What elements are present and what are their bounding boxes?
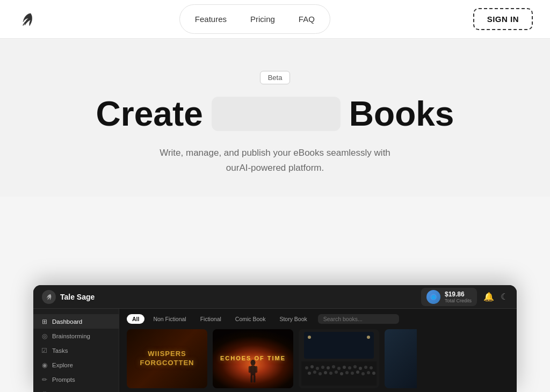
svg-point-36 bbox=[356, 371, 359, 374]
svg-point-3 bbox=[250, 360, 255, 366]
svg-point-30 bbox=[324, 371, 327, 374]
beta-badge: Beta bbox=[260, 71, 291, 84]
filter-all[interactable]: All bbox=[127, 314, 144, 324]
svg-rect-13 bbox=[301, 361, 377, 386]
svg-point-14 bbox=[305, 366, 308, 369]
svg-point-22 bbox=[348, 366, 351, 369]
crowd-illustration bbox=[299, 329, 379, 388]
svg-point-17 bbox=[321, 366, 324, 369]
svg-rect-6 bbox=[255, 366, 258, 373]
hero-title: Create Books bbox=[96, 95, 454, 133]
filter-comic-book[interactable]: Comic Book bbox=[230, 314, 271, 324]
compass-icon: ◉ bbox=[41, 361, 48, 368]
sidebar-dashboard-label: Dashboard bbox=[52, 318, 82, 325]
svg-point-18 bbox=[327, 366, 330, 369]
svg-point-28 bbox=[313, 371, 316, 374]
logo-area bbox=[17, 10, 37, 29]
svg-rect-5 bbox=[249, 366, 251, 373]
header: Features Pricing FAQ SIGN IN bbox=[0, 0, 550, 39]
svg-rect-10 bbox=[304, 332, 374, 359]
sidebar-brainstorming-label: Brainstorming bbox=[52, 333, 90, 339]
app-logo-area: Tale Sage bbox=[42, 290, 95, 304]
credits-amount: $19.86 bbox=[445, 291, 472, 298]
svg-point-31 bbox=[329, 372, 332, 375]
svg-point-29 bbox=[319, 372, 322, 375]
hero-title-start: Create bbox=[96, 95, 203, 133]
credits-label: Total Credits bbox=[445, 298, 472, 303]
hero-title-end: Books bbox=[349, 95, 454, 133]
logo-icon bbox=[17, 10, 37, 29]
svg-point-25 bbox=[364, 366, 367, 369]
app-sidebar: ⊞ Dashboard ◎ Brainstorming ☑ Tasks ◉ Ex… bbox=[33, 309, 119, 392]
book-echoes-figure bbox=[245, 359, 261, 386]
filter-fictional[interactable]: Fictional bbox=[195, 314, 227, 324]
svg-point-27 bbox=[308, 372, 311, 375]
book-card-whispers[interactable]: WIISPERS FORGCOTTEN bbox=[127, 329, 207, 388]
sidebar-brainstorming[interactable]: ◎ Brainstorming bbox=[33, 329, 119, 343]
sidebar-dashboard[interactable]: ⊞ Dashboard bbox=[33, 314, 119, 329]
nav-pricing[interactable]: Pricing bbox=[240, 10, 286, 28]
sidebar-explore-label: Explore bbox=[52, 362, 73, 368]
sidebar-tasks-label: Tasks bbox=[52, 347, 68, 354]
svg-point-12 bbox=[367, 336, 370, 339]
notification-icon[interactable]: 🔔 bbox=[483, 292, 494, 302]
svg-rect-8 bbox=[254, 375, 256, 383]
sidebar-explore[interactable]: ◉ Explore bbox=[33, 358, 119, 372]
svg-point-35 bbox=[351, 372, 354, 375]
sidebar-tasks[interactable]: ☑ Tasks bbox=[33, 343, 119, 358]
svg-point-34 bbox=[345, 371, 349, 374]
svg-rect-7 bbox=[250, 375, 252, 383]
prompts-icon: ✏ bbox=[41, 376, 48, 383]
svg-point-26 bbox=[370, 366, 373, 369]
svg-point-11 bbox=[308, 336, 311, 339]
filter-story-book[interactable]: Story Book bbox=[274, 314, 312, 324]
main-nav: Features Pricing FAQ bbox=[179, 4, 330, 34]
credits-info: $19.86 Total Credits bbox=[445, 291, 472, 303]
svg-point-21 bbox=[343, 366, 346, 369]
book-card-echoes[interactable]: ECHOES of TIME bbox=[213, 329, 293, 388]
svg-point-24 bbox=[359, 367, 362, 370]
hero-subtitle: Write, manage, and publish your eBooks s… bbox=[146, 146, 404, 175]
theme-icon[interactable]: ☾ bbox=[501, 292, 508, 302]
filter-non-fictional[interactable]: Non Fictional bbox=[148, 314, 191, 324]
tasks-icon: ☑ bbox=[41, 347, 48, 354]
hero-section: Beta Create Books Write, manage, and pub… bbox=[0, 39, 550, 197]
book-card-partial bbox=[385, 329, 417, 388]
books-grid: WIISPERS FORGCOTTEN ECHOES of TIME bbox=[127, 329, 509, 388]
svg-point-23 bbox=[353, 365, 357, 368]
svg-point-38 bbox=[367, 371, 370, 374]
filter-bar: All Non Fictional Fictional Comic Book S… bbox=[127, 314, 509, 324]
svg-point-19 bbox=[332, 365, 335, 368]
app-logo-circle bbox=[42, 290, 56, 304]
sign-in-button[interactable]: SIGN IN bbox=[473, 8, 533, 30]
app-topbar: Tale Sage 🌐 $19.86 Total Credits 🔔 ☾ bbox=[33, 285, 517, 309]
svg-point-16 bbox=[316, 367, 319, 370]
nav-faq[interactable]: FAQ bbox=[288, 10, 325, 28]
app-main-content: All Non Fictional Fictional Comic Book S… bbox=[119, 309, 517, 392]
svg-text:🌐: 🌐 bbox=[431, 295, 436, 300]
svg-point-33 bbox=[340, 372, 343, 375]
nav-features[interactable]: Features bbox=[184, 10, 237, 28]
app-name-label: Tale Sage bbox=[60, 293, 95, 301]
credits-badge: 🌐 $19.86 Total Credits bbox=[421, 288, 477, 306]
app-preview: Tale Sage 🌐 $19.86 Total Credits 🔔 ☾ bbox=[33, 285, 517, 392]
svg-point-39 bbox=[372, 372, 375, 375]
search-books-input[interactable] bbox=[318, 314, 399, 324]
grid-icon: ⊞ bbox=[41, 318, 48, 325]
sidebar-prompts[interactable]: ✏ Prompts bbox=[33, 372, 119, 387]
book-card-third[interactable] bbox=[299, 329, 379, 388]
svg-point-20 bbox=[337, 367, 341, 370]
credits-avatar: 🌐 bbox=[426, 290, 440, 304]
sidebar-prompts-label: Prompts bbox=[52, 376, 75, 383]
hero-animated-placeholder bbox=[212, 97, 341, 131]
svg-point-32 bbox=[335, 371, 338, 374]
svg-rect-4 bbox=[250, 366, 255, 375]
sidebar-guide[interactable]: 📖 Guide bbox=[33, 387, 119, 392]
app-body: ⊞ Dashboard ◎ Brainstorming ☑ Tasks ◉ Ex… bbox=[33, 309, 517, 392]
svg-point-15 bbox=[310, 365, 314, 368]
app-topbar-right: 🌐 $19.86 Total Credits 🔔 ☾ bbox=[421, 288, 508, 306]
brain-icon: ◎ bbox=[41, 332, 48, 339]
svg-point-37 bbox=[361, 372, 365, 375]
book-whispers-title: WIISPERS FORGCOTTEN bbox=[132, 350, 202, 368]
